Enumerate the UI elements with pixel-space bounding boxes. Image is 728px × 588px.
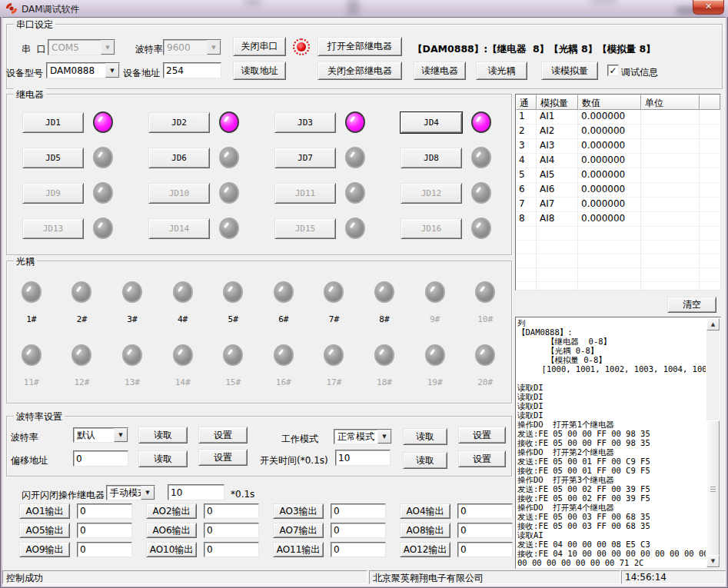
offset-read-button[interactable]: 读取	[138, 450, 188, 467]
ao-output-button[interactable]: AO6输出	[146, 523, 197, 538]
table-header-cell[interactable]: 通	[516, 95, 537, 110]
flash-mode-select[interactable]: 手动模式 ▼	[106, 485, 155, 500]
workmode-read-button[interactable]: 读取	[403, 428, 447, 445]
ao-output-button[interactable]: AO9输出	[19, 542, 70, 557]
ao-output-input[interactable]	[204, 542, 259, 557]
close-button[interactable]: ✕	[693, 0, 724, 15]
scroll-down-button[interactable]: ▼	[706, 555, 720, 567]
relay-button[interactable]: JD13	[22, 218, 84, 239]
read-address-button[interactable]: 读取地址	[233, 61, 286, 80]
table-header-cell[interactable]: 数值	[578, 95, 641, 110]
ao-output-input[interactable]	[77, 523, 132, 538]
ao-output-button[interactable]: AO1输出	[19, 503, 70, 519]
table-header-cell[interactable]	[700, 95, 720, 110]
debug-log-area[interactable]: 列【DAM0888】: 【继电器 0-8】 【光耦 0-8】 【模拟量 0-8】…	[515, 317, 721, 569]
table-row[interactable]: 8 AI8 0.000000	[516, 212, 720, 227]
table-row[interactable]: 2 AI2 0.000000	[516, 125, 720, 139]
scroll-up-button[interactable]: ▲	[706, 318, 720, 331]
ao-output-input[interactable]	[457, 542, 513, 557]
relay-button[interactable]: JD10	[148, 183, 210, 204]
ao-output-input[interactable]	[77, 503, 132, 519]
relay-button[interactable]: JD5	[22, 148, 84, 168]
chevron-down-icon[interactable]: ▼	[141, 486, 155, 500]
chevron-down-icon[interactable]: ▼	[105, 63, 119, 78]
read-relays-button[interactable]: 读继电器	[414, 61, 466, 80]
table-row[interactable]: 6 AI6 0.000000	[516, 183, 720, 198]
chevron-down-icon[interactable]: ▼	[114, 428, 128, 442]
close-port-button[interactable]: 关闭串口	[233, 37, 286, 56]
offset-set-button[interactable]: 设置	[198, 449, 248, 466]
titlebar[interactable]: DAM调试软件 ✕	[0, 0, 728, 17]
chevron-down-icon[interactable]: ▼	[377, 430, 391, 443]
switch-time-set-button[interactable]: 设置	[458, 450, 506, 467]
ao-output-button[interactable]: AO3输出	[273, 503, 324, 519]
switch-time-read-button[interactable]: 读取	[403, 452, 447, 469]
table-row[interactable]: 7 AI7 0.000000	[516, 198, 720, 212]
baudrate-select[interactable]: 9600 ▼	[163, 39, 221, 55]
ao-output-button[interactable]: AO4输出	[400, 503, 450, 519]
baudrate-value: 9600	[164, 42, 207, 53]
com-port-select[interactable]: COM5 ▼	[48, 39, 115, 55]
ao-output-input[interactable]	[457, 503, 513, 519]
close-all-relays-button[interactable]: 关闭全部继电器	[317, 61, 402, 80]
arrow-down-icon: ▼	[711, 559, 715, 564]
relay-button[interactable]: JD9	[22, 183, 84, 204]
read-analog-button[interactable]: 读模拟量	[541, 61, 598, 80]
baudrate-setting-select[interactable]: 默认 ▼	[73, 427, 128, 443]
ao-output-input[interactable]	[331, 503, 386, 519]
baudrate-read-button[interactable]: 读取	[138, 427, 188, 443]
ao-output-button[interactable]: AO5输出	[19, 523, 70, 538]
relay-button[interactable]: JD6	[148, 148, 210, 168]
relay-button[interactable]: JD4	[401, 112, 462, 133]
ao-output-button[interactable]: AO8输出	[400, 523, 450, 538]
ao-output-button[interactable]: AO2输出	[146, 503, 197, 519]
ao-output-button[interactable]: AO11输出	[273, 542, 324, 557]
relay-button[interactable]: JD1	[22, 112, 84, 133]
opto-led-indicator	[374, 281, 394, 303]
chevron-down-icon[interactable]: ▼	[207, 40, 221, 55]
scrollbar-thumb[interactable]	[706, 420, 720, 557]
workmode-select[interactable]: 正常模式 ▼	[334, 429, 392, 444]
opto-cell: 7#	[309, 281, 360, 324]
relay-button[interactable]: JD16	[401, 218, 462, 239]
relay-cell: JD14	[132, 211, 258, 246]
ao-output-button[interactable]: AO10输出	[146, 542, 197, 557]
ao-output-input[interactable]	[204, 523, 259, 538]
ao-output-input[interactable]	[331, 523, 386, 538]
ao-output-input[interactable]	[77, 542, 132, 557]
ao-output-input[interactable]	[331, 542, 386, 557]
table-row[interactable]: 3 AI3 0.000000	[516, 139, 720, 154]
relay-button[interactable]: JD14	[148, 218, 210, 239]
switch-time-input[interactable]	[335, 450, 391, 466]
debug-info-checkbox[interactable]: ✓	[607, 65, 619, 76]
device-address-input[interactable]	[163, 62, 221, 78]
table-row[interactable]: 5 AI5 0.000000	[516, 168, 720, 183]
table-row[interactable]: 4 AI4 0.000000	[516, 154, 720, 168]
ao-output-button[interactable]: AO7输出	[273, 523, 324, 538]
ao-output-input[interactable]	[457, 523, 513, 538]
relay-cell: JD13	[6, 211, 132, 246]
table-header-cell[interactable]: 模拟量	[537, 95, 578, 110]
flash-time-input[interactable]	[168, 484, 224, 500]
table-header-cell[interactable]: 单位	[641, 95, 700, 110]
table-row[interactable]: 1 AI1 0.000000	[516, 110, 720, 125]
clear-log-button[interactable]: 清空	[667, 297, 716, 313]
relay-button[interactable]: JD15	[274, 218, 336, 239]
relay-button[interactable]: JD11	[274, 183, 336, 204]
relay-button[interactable]: JD8	[401, 148, 462, 168]
workmode-set-button[interactable]: 设置	[458, 427, 506, 443]
log-scrollbar[interactable]: ▲ ▼	[706, 318, 720, 567]
opto-label: 8#	[379, 314, 389, 324]
device-model-select[interactable]: DAM0888 ▼	[46, 62, 120, 78]
chevron-down-icon[interactable]: ▼	[101, 40, 115, 55]
ao-output-button[interactable]: AO12输出	[400, 542, 450, 557]
offset-address-input[interactable]	[73, 450, 128, 467]
relay-button[interactable]: JD7	[274, 148, 336, 168]
open-all-relays-button[interactable]: 打开全部继电器	[317, 37, 402, 56]
baudrate-set-button[interactable]: 设置	[198, 427, 248, 443]
relay-button[interactable]: JD3	[274, 112, 336, 133]
relay-button[interactable]: JD12	[401, 183, 462, 204]
relay-button[interactable]: JD2	[148, 112, 210, 133]
read-opto-button[interactable]: 读光耦	[476, 61, 527, 80]
ao-output-input[interactable]	[204, 503, 259, 519]
